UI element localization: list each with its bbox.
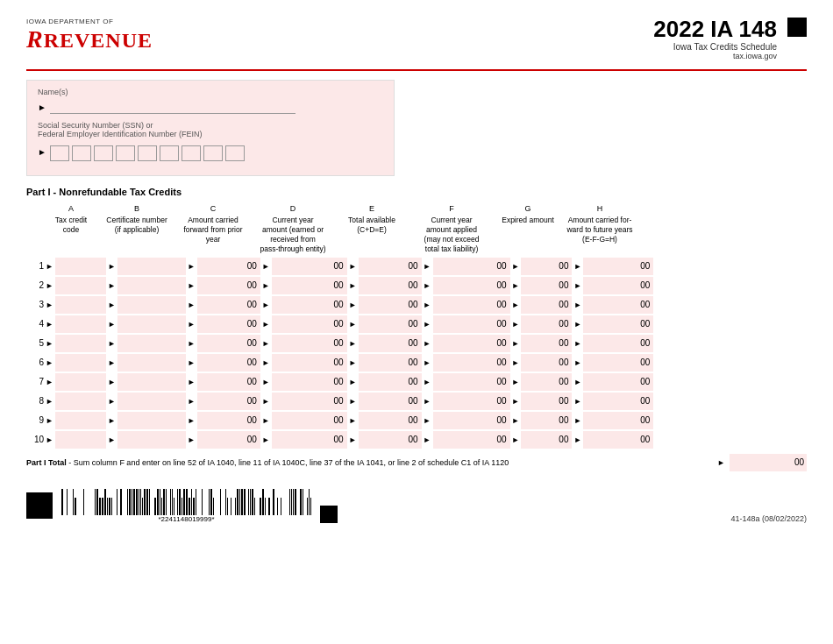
cell-d-8[interactable]: 00 [272, 393, 347, 410]
cell-a-1[interactable] [55, 258, 106, 275]
cell-g-6[interactable]: 00 [521, 354, 572, 372]
cell-g-4[interactable]: 00 [521, 315, 572, 333]
cell-h-10[interactable]: 00 [583, 431, 653, 449]
logo-area: IOWA DEPARTMENT OF RREVENUE [26, 18, 153, 52]
cell-h-9[interactable]: 00 [583, 412, 653, 429]
cell-a-3[interactable] [55, 296, 106, 314]
cell-d-5[interactable]: 00 [272, 335, 347, 352]
cell-c-10[interactable]: 00 [197, 431, 260, 449]
cell-h-2[interactable]: 00 [583, 277, 653, 294]
cell-a-7[interactable] [55, 373, 106, 391]
cell-g-5[interactable]: 00 [521, 335, 572, 352]
cell-d-9[interactable]: 00 [272, 412, 347, 429]
cell-h-7[interactable]: 00 [583, 373, 653, 391]
cell-f-10[interactable]: 00 [433, 431, 510, 449]
cell-f-4[interactable]: 00 [433, 315, 510, 333]
cell-g-2[interactable]: 00 [521, 277, 572, 294]
row-arrow-c-2: ► [188, 281, 196, 290]
cell-e-8[interactable]: 00 [359, 393, 422, 410]
ssn-box-1[interactable] [50, 145, 69, 161]
ssn-box-3[interactable] [94, 145, 113, 161]
ssn-box-6[interactable] [160, 145, 179, 161]
cell-c-7[interactable]: 00 [197, 373, 260, 391]
cell-c-5[interactable]: 00 [197, 335, 260, 352]
cell-f-6[interactable]: 00 [433, 354, 510, 372]
cell-c-8[interactable]: 00 [197, 393, 260, 410]
cell-h-8[interactable]: 00 [583, 393, 653, 410]
cell-g-7[interactable]: 00 [521, 373, 572, 391]
cell-e-6[interactable]: 00 [359, 354, 422, 372]
cell-c-2[interactable]: 00 [197, 277, 260, 294]
cell-f-8[interactable]: 00 [433, 393, 510, 410]
ssn-box-9[interactable] [225, 145, 245, 161]
ssn-box-8[interactable] [203, 145, 223, 161]
cell-a-8[interactable] [55, 393, 106, 410]
cell-d-2[interactable]: 00 [272, 277, 347, 294]
cell-c-3[interactable]: 00 [197, 296, 260, 314]
ssn-box-2[interactable] [72, 145, 91, 161]
cell-b-8[interactable] [117, 393, 186, 410]
cell-a-9[interactable] [55, 412, 106, 429]
cell-b-2[interactable] [117, 277, 186, 294]
row-arrow-d-5: ► [262, 339, 270, 348]
cell-e-4[interactable]: 00 [359, 315, 422, 333]
cell-f-2[interactable]: 00 [433, 277, 510, 294]
cell-e-1[interactable]: 00 [359, 258, 422, 275]
cell-b-3[interactable] [117, 296, 186, 314]
cell-h-1[interactable]: 00 [583, 258, 653, 275]
cell-d-3[interactable]: 00 [272, 296, 347, 314]
cell-a-6[interactable] [55, 354, 106, 372]
cell-c-6[interactable]: 00 [197, 354, 260, 372]
total-value[interactable]: 00 [730, 454, 807, 471]
cell-b-1[interactable] [117, 258, 186, 275]
cell-b-9[interactable] [117, 412, 186, 429]
cell-f-3[interactable]: 00 [433, 296, 510, 314]
row-number-7: 7 [26, 377, 46, 386]
cell-g-3[interactable]: 00 [521, 296, 572, 314]
cell-f-5[interactable]: 00 [433, 335, 510, 352]
cell-g-10[interactable]: 00 [521, 431, 572, 449]
cell-e-10[interactable]: 00 [359, 431, 422, 449]
cell-f-9[interactable]: 00 [433, 412, 510, 429]
cell-b-5[interactable] [117, 335, 186, 352]
cell-c-1[interactable]: 00 [197, 258, 260, 275]
cell-h-5[interactable]: 00 [583, 335, 653, 352]
cell-b-6[interactable] [117, 354, 186, 372]
cell-d-7[interactable]: 00 [272, 373, 347, 391]
cell-a-10[interactable] [55, 431, 106, 449]
name-input[interactable] [50, 100, 295, 114]
cell-h-3[interactable]: 00 [583, 296, 653, 314]
cell-d-6[interactable]: 00 [272, 354, 347, 372]
cell-g-8[interactable]: 00 [521, 393, 572, 410]
ssn-box-7[interactable] [182, 145, 201, 161]
cell-b-4[interactable] [117, 315, 186, 333]
cell-a-5[interactable] [55, 335, 106, 352]
cell-d-10[interactable]: 00 [272, 431, 347, 449]
row-arrow-h-3: ► [573, 301, 581, 309]
ssn-box-4[interactable] [116, 145, 135, 161]
cell-e-7[interactable]: 00 [359, 373, 422, 391]
cell-g-1[interactable]: 00 [521, 258, 572, 275]
cell-b-10[interactable] [117, 431, 186, 449]
cell-c-9[interactable]: 00 [197, 412, 260, 429]
cell-a-2[interactable] [55, 277, 106, 294]
cell-f-7[interactable]: 00 [433, 373, 510, 391]
cell-h-6[interactable]: 00 [583, 354, 653, 372]
cell-c-4[interactable]: 00 [197, 315, 260, 333]
cell-f-1[interactable]: 00 [433, 258, 510, 275]
cell-d-4[interactable]: 00 [272, 315, 347, 333]
row-number-3: 3 [26, 300, 46, 309]
cell-e-3[interactable]: 00 [359, 296, 422, 314]
row-arrow-e-9: ► [349, 416, 357, 425]
cell-e-9[interactable]: 00 [359, 412, 422, 429]
cell-e-5[interactable]: 00 [359, 335, 422, 352]
ssn-box-5[interactable] [138, 145, 157, 161]
cell-b-7[interactable] [117, 373, 186, 391]
cell-g-9[interactable]: 00 [521, 412, 572, 429]
row-arrow-b-6: ► [108, 358, 116, 367]
cell-e-2[interactable]: 00 [359, 277, 422, 294]
cell-d-1[interactable]: 00 [272, 258, 347, 275]
cell-a-4[interactable] [55, 315, 106, 333]
row-arrow-f-9: ► [424, 416, 431, 425]
cell-h-4[interactable]: 00 [583, 315, 653, 333]
